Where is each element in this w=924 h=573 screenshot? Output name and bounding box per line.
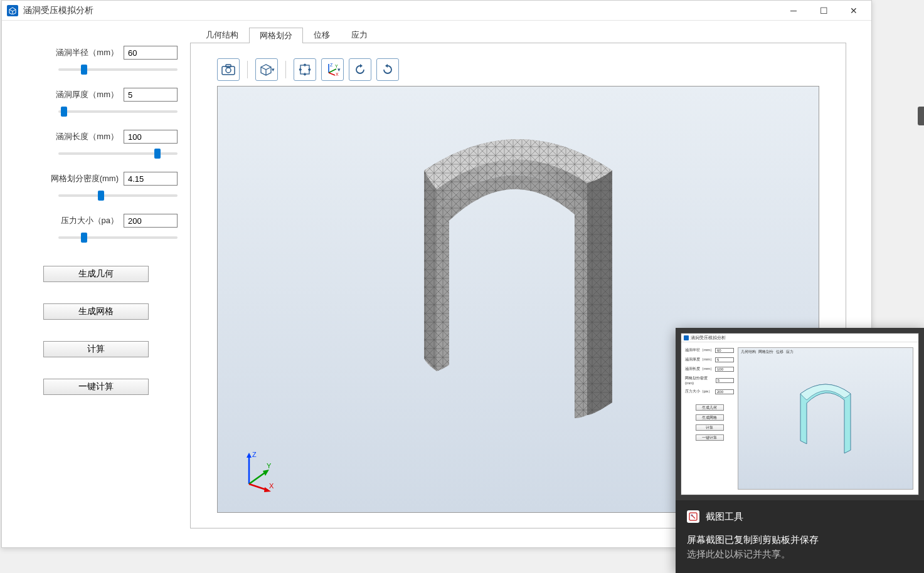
svg-text:X: X — [269, 482, 274, 490]
svg-rect-3 — [300, 65, 309, 74]
param-pressure: 压力大小（pa） — [14, 214, 178, 241]
mesh-density-input[interactable] — [124, 172, 178, 186]
axes-icon[interactable]: Z Y X ▾ — [321, 58, 344, 81]
action-buttons: 生成几何 生成网格 计算 一键计算 — [14, 266, 178, 395]
param-label: 涵洞长度（mm） — [56, 131, 119, 142]
notification-app-name: 截图工具 — [706, 511, 743, 523]
param-label: 压力大小（pa） — [61, 215, 119, 226]
param-length: 涵洞长度（mm） — [14, 130, 178, 157]
pressure-slider[interactable] — [58, 236, 178, 239]
rotate-left-icon[interactable] — [349, 58, 371, 81]
generate-mesh-button[interactable]: 生成网格 — [43, 303, 149, 320]
tab-stress[interactable]: 应力 — [341, 27, 378, 43]
rotate-right-icon[interactable] — [376, 58, 399, 81]
notification-line2: 选择此处以标记并共享。 — [687, 549, 913, 560]
svg-marker-14 — [263, 470, 269, 476]
fit-icon[interactable] — [294, 58, 316, 81]
svg-text:Z: Z — [330, 63, 333, 67]
param-thickness: 涵洞厚度（mm） — [14, 88, 178, 115]
minimize-button[interactable]: ─ — [781, 2, 806, 19]
radius-slider[interactable] — [58, 68, 178, 71]
pressure-input[interactable] — [124, 214, 178, 228]
cube-icon[interactable]: ▾ — [255, 58, 278, 81]
svg-text:X: X — [336, 72, 339, 76]
svg-text:Z: Z — [252, 451, 257, 458]
svg-line-13 — [249, 471, 267, 484]
length-input[interactable] — [124, 130, 178, 144]
window-title: 涵洞受压模拟分析 — [23, 5, 781, 16]
svg-rect-2 — [226, 65, 231, 67]
one-click-compute-button[interactable]: 一键计算 — [43, 379, 149, 395]
viewport-toolbar: ▾ Z Y X ▾ — [217, 58, 819, 81]
length-slider[interactable] — [58, 152, 178, 155]
generate-geometry-button[interactable]: 生成几何 — [43, 266, 149, 282]
radius-input[interactable] — [124, 46, 178, 60]
titlebar: 涵洞受压模拟分析 ─ ☐ ✕ — [2, 1, 871, 21]
param-label: 涵洞半径（mm） — [56, 47, 119, 58]
mesh-density-slider[interactable] — [58, 194, 178, 197]
toolbar-separator — [285, 61, 286, 78]
notification-body: 截图工具 屏幕截图已复制到剪贴板并保存 选择此处以标记并共享。 — [676, 500, 924, 573]
param-radius: 涵洞半径（mm） — [14, 46, 178, 73]
thickness-slider[interactable] — [58, 110, 178, 113]
tab-displacement[interactable]: 位移 — [303, 27, 341, 43]
mesh-model — [399, 120, 637, 446]
param-label: 网格划分密度(mm) — [51, 173, 119, 184]
svg-point-1 — [226, 68, 231, 73]
notification-thumbnail: 涵洞受压模拟分析 涵洞半径（mm）60 涵洞厚度（mm）5 涵洞长度（mm）10… — [676, 328, 924, 500]
axis-triad: Z Y X — [236, 449, 280, 493]
thickness-input[interactable] — [124, 88, 178, 102]
notification-line1: 屏幕截图已复制到剪贴板并保存 — [687, 534, 913, 546]
sidebar: 涵洞半径（mm） 涵洞厚度（mm） 涵洞长度（mm） — [2, 21, 190, 547]
thumb-title: 涵洞受压模拟分析 — [691, 335, 726, 341]
app-icon — [7, 5, 18, 16]
toolbar-separator — [247, 61, 248, 78]
snipping-tool-icon — [687, 510, 699, 523]
right-edge-tab[interactable] — [918, 107, 924, 125]
tab-mesh[interactable]: 网格划分 — [249, 28, 303, 43]
tabs: 几何结构 网格划分 位移 应力 — [190, 27, 846, 43]
svg-line-8 — [329, 73, 335, 75]
svg-marker-11 — [247, 453, 252, 458]
compute-button[interactable]: 计算 — [43, 341, 149, 357]
close-button[interactable]: ✕ — [841, 2, 866, 19]
maximize-button[interactable]: ☐ — [811, 2, 836, 19]
param-mesh-density: 网格划分密度(mm) — [14, 172, 178, 199]
tab-geometry[interactable]: 几何结构 — [195, 27, 249, 43]
param-label: 涵洞厚度（mm） — [56, 89, 119, 100]
notification[interactable]: 涵洞受压模拟分析 涵洞半径（mm）60 涵洞厚度（mm）5 涵洞长度（mm）10… — [676, 328, 924, 573]
svg-text:Y: Y — [267, 462, 272, 470]
camera-icon[interactable] — [217, 58, 240, 81]
